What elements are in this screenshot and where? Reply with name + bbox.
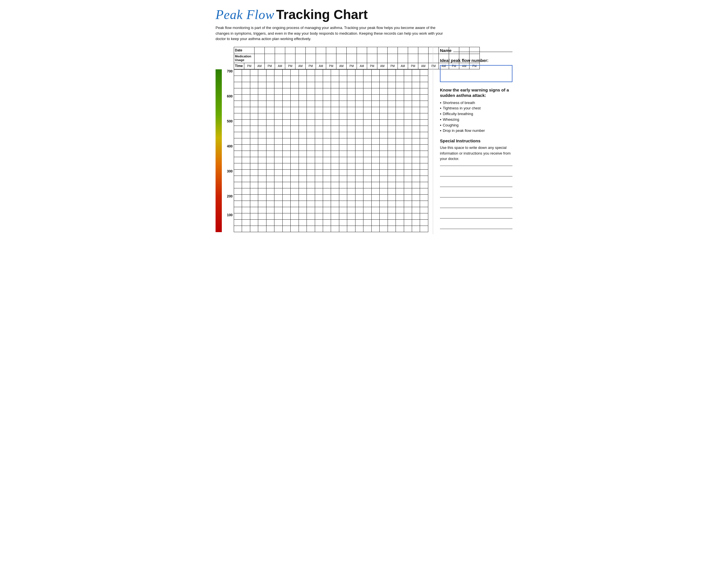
data-cell [250,169,258,176]
data-cell [388,151,396,157]
data-cell [307,176,315,182]
data-cell [258,126,266,132]
data-cell [412,151,420,157]
data-cell [242,126,250,132]
data-cell [339,119,347,126]
data-cell [347,163,355,169]
data-cell [412,107,420,113]
data-cell [282,176,290,182]
data-cell [258,201,266,207]
data-cell [404,188,412,194]
data-cell [404,176,412,182]
data-cell [266,113,274,119]
data-cell [380,157,388,163]
data-cell [388,88,396,94]
data-cell [420,151,428,157]
data-cell [307,207,315,213]
data-cell [412,138,420,144]
data-cell [404,76,412,82]
data-cell [291,69,299,76]
data-cell [274,107,282,113]
time-label: Time [234,63,244,69]
data-cell [404,194,412,201]
med-cell [326,54,336,63]
data-cell [355,76,363,82]
data-cell [282,69,290,76]
data-cell [380,132,388,138]
data-cell [250,126,258,132]
y-label-100: 100 [227,214,233,217]
data-cell [371,163,379,169]
data-cell [274,113,282,119]
data-cell [274,151,282,157]
data-cell [347,107,355,113]
data-cell [388,188,396,194]
data-cell [299,182,307,188]
data-cell [299,169,307,176]
data-cell [274,163,282,169]
data-cell [371,188,379,194]
data-cell [388,194,396,201]
data-cell [299,151,307,157]
data-cell [291,132,299,138]
data-cell [266,101,274,107]
med-cell [408,54,418,63]
data-cell [388,94,396,101]
data-cell [299,201,307,207]
data-cell [250,119,258,126]
data-cell [420,132,428,138]
data-cell [412,94,420,101]
data-cell [250,163,258,169]
data-cell [266,94,274,101]
data-cell [266,119,274,126]
data-cell [258,69,266,76]
data-cell [274,176,282,182]
date-cell [255,47,265,54]
data-cell [339,132,347,138]
data-cell [363,138,371,144]
data-cell [347,94,355,101]
data-cell [291,219,299,226]
table-row [234,151,428,157]
time-am: PM [408,63,418,69]
data-cell [396,219,404,226]
data-cell [380,151,388,157]
time-pm: AM [398,63,408,69]
data-cell [412,213,420,219]
data-cell [315,107,323,113]
data-cell [339,101,347,107]
data-cell [331,113,339,119]
data-cell [242,132,250,138]
data-grid-table [234,69,428,232]
data-cell [258,226,266,232]
data-cell [242,176,250,182]
data-cell [331,88,339,94]
data-cell [250,157,258,163]
data-cell [242,213,250,219]
table-row [234,163,428,169]
data-cell [282,132,290,138]
time-pm: AM [316,63,326,69]
data-cell [282,194,290,201]
data-cell [242,113,250,119]
y-label-500: 500 [227,120,233,123]
data-cell [266,157,274,163]
data-cell [355,101,363,107]
warning-list: Shortness of breath Tightness in your ch… [440,101,512,134]
table-row [234,94,428,101]
data-cell [258,107,266,113]
data-cell [323,119,331,126]
data-cell [396,88,404,94]
ideal-peak-flow-box[interactable] [440,65,512,82]
data-cell [412,182,420,188]
data-cell [363,82,371,88]
data-grid-container [234,69,428,232]
data-cell [307,169,315,176]
data-cell [363,126,371,132]
data-cell [234,188,242,194]
write-space-1 [440,171,512,176]
date-cell [388,47,398,54]
data-cell [355,182,363,188]
data-cell [282,144,290,151]
data-cell [234,119,242,126]
